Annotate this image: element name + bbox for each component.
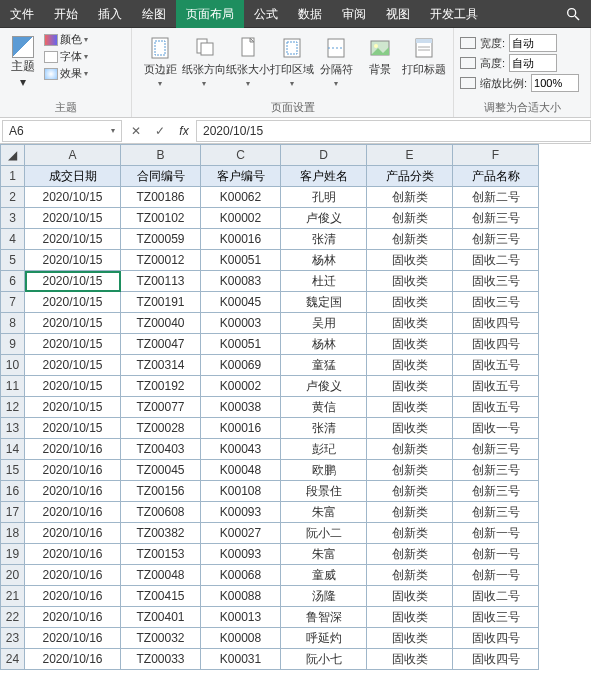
cell[interactable]: 固收类	[367, 355, 453, 376]
cell[interactable]: K00016	[201, 418, 281, 439]
cell[interactable]: K00016	[201, 229, 281, 250]
cell[interactable]: 创新三号	[453, 229, 539, 250]
cell[interactable]: K00045	[201, 292, 281, 313]
cell[interactable]: 阮小七	[281, 649, 367, 670]
cell[interactable]: 创新类	[367, 229, 453, 250]
row-header-4[interactable]: 4	[1, 229, 25, 250]
cell[interactable]: TZ00415	[121, 586, 201, 607]
cell[interactable]: 2020/10/16	[25, 586, 121, 607]
cell[interactable]: 固收类	[367, 376, 453, 397]
row-header-21[interactable]: 21	[1, 586, 25, 607]
cell[interactable]: 2020/10/16	[25, 481, 121, 502]
row-header-3[interactable]: 3	[1, 208, 25, 229]
cell[interactable]: K00008	[201, 628, 281, 649]
cell[interactable]: 创新三号	[453, 460, 539, 481]
cell[interactable]: 2020/10/15	[25, 250, 121, 271]
cell[interactable]: 创新三号	[453, 481, 539, 502]
cell[interactable]: K00093	[201, 502, 281, 523]
printarea-button[interactable]: 打印区域▾	[270, 32, 314, 88]
cell[interactable]: 2020/10/15	[25, 271, 121, 292]
cell[interactable]: 固收类	[367, 607, 453, 628]
cell[interactable]: TZ00608	[121, 502, 201, 523]
cell[interactable]: 创新三号	[453, 439, 539, 460]
cell[interactable]: 固收类	[367, 271, 453, 292]
menu-layout[interactable]: 页面布局	[176, 0, 244, 28]
cell[interactable]: 2020/10/16	[25, 607, 121, 628]
cell[interactable]: TZ00047	[121, 334, 201, 355]
printtitles-button[interactable]: 打印标题	[402, 32, 446, 77]
confirm-icon[interactable]: ✓	[148, 124, 172, 138]
row-header-19[interactable]: 19	[1, 544, 25, 565]
cell[interactable]: K00002	[201, 208, 281, 229]
cell[interactable]: K00083	[201, 271, 281, 292]
cell[interactable]: 固收类	[367, 628, 453, 649]
cell[interactable]: 创新二号	[453, 187, 539, 208]
menu-file[interactable]: 文件	[0, 0, 44, 28]
cell[interactable]: 卢俊义	[281, 376, 367, 397]
header-cell[interactable]: 客户编号	[201, 166, 281, 187]
cell[interactable]: 2020/10/15	[25, 397, 121, 418]
cell[interactable]: K00069	[201, 355, 281, 376]
row-header-1[interactable]: 1	[1, 166, 25, 187]
cell[interactable]: 2020/10/16	[25, 565, 121, 586]
cell[interactable]: K00031	[201, 649, 281, 670]
cell[interactable]: TZ00102	[121, 208, 201, 229]
cell[interactable]: 2020/10/15	[25, 355, 121, 376]
breaks-button[interactable]: 分隔符▾	[314, 32, 358, 88]
row-header-17[interactable]: 17	[1, 502, 25, 523]
cell[interactable]: 固收类	[367, 397, 453, 418]
cell[interactable]: 童威	[281, 565, 367, 586]
header-cell[interactable]: 成交日期	[25, 166, 121, 187]
row-header-2[interactable]: 2	[1, 187, 25, 208]
cell[interactable]: 固收三号	[453, 271, 539, 292]
row-header-20[interactable]: 20	[1, 565, 25, 586]
cell[interactable]: TZ00403	[121, 439, 201, 460]
col-header-E[interactable]: E	[367, 145, 453, 166]
background-button[interactable]: 背景	[358, 32, 402, 77]
cell[interactable]: 创新三号	[453, 208, 539, 229]
cell[interactable]: 固收三号	[453, 607, 539, 628]
fx-icon[interactable]: fx	[172, 124, 196, 138]
cell[interactable]: 杨林	[281, 334, 367, 355]
cell[interactable]: TZ00156	[121, 481, 201, 502]
row-header-5[interactable]: 5	[1, 250, 25, 271]
papersize-button[interactable]: 纸张大小▾	[226, 32, 270, 88]
cell[interactable]: K00051	[201, 250, 281, 271]
cell[interactable]: 固收类	[367, 292, 453, 313]
cell[interactable]: 2020/10/15	[25, 292, 121, 313]
spreadsheet-grid[interactable]: ◢ABCDEF1成交日期合同编号客户编号客户姓名产品分类产品名称22020/10…	[0, 144, 591, 682]
theme-effect[interactable]: 效果▾	[44, 66, 88, 81]
menu-draw[interactable]: 绘图	[132, 0, 176, 28]
cell[interactable]: 2020/10/16	[25, 523, 121, 544]
cell[interactable]: 2020/10/15	[25, 229, 121, 250]
cell[interactable]: 2020/10/15	[25, 208, 121, 229]
cell[interactable]: 卢俊义	[281, 208, 367, 229]
cell[interactable]: 汤隆	[281, 586, 367, 607]
cell[interactable]: K00062	[201, 187, 281, 208]
col-header-B[interactable]: B	[121, 145, 201, 166]
cell[interactable]: TZ00040	[121, 313, 201, 334]
cell[interactable]: 固收四号	[453, 628, 539, 649]
header-cell[interactable]: 客户姓名	[281, 166, 367, 187]
cell[interactable]: 2020/10/15	[25, 418, 121, 439]
cell[interactable]: 吴用	[281, 313, 367, 334]
menu-data[interactable]: 数据	[288, 0, 332, 28]
cell[interactable]: K00093	[201, 544, 281, 565]
cell[interactable]: 创新类	[367, 187, 453, 208]
row-header-23[interactable]: 23	[1, 628, 25, 649]
cell[interactable]: 2020/10/16	[25, 544, 121, 565]
cell[interactable]: 固收四号	[453, 649, 539, 670]
menu-review[interactable]: 审阅	[332, 0, 376, 28]
cell[interactable]: 欧鹏	[281, 460, 367, 481]
cell[interactable]: 创新一号	[453, 565, 539, 586]
cell[interactable]: 固收三号	[453, 292, 539, 313]
cell[interactable]: 2020/10/15	[25, 334, 121, 355]
row-header-22[interactable]: 22	[1, 607, 25, 628]
cell[interactable]: 2020/10/15	[25, 313, 121, 334]
row-header-6[interactable]: 6	[1, 271, 25, 292]
cell[interactable]: TZ00314	[121, 355, 201, 376]
row-header-14[interactable]: 14	[1, 439, 25, 460]
cell[interactable]: K00003	[201, 313, 281, 334]
row-header-18[interactable]: 18	[1, 523, 25, 544]
cell[interactable]: 2020/10/15	[25, 187, 121, 208]
